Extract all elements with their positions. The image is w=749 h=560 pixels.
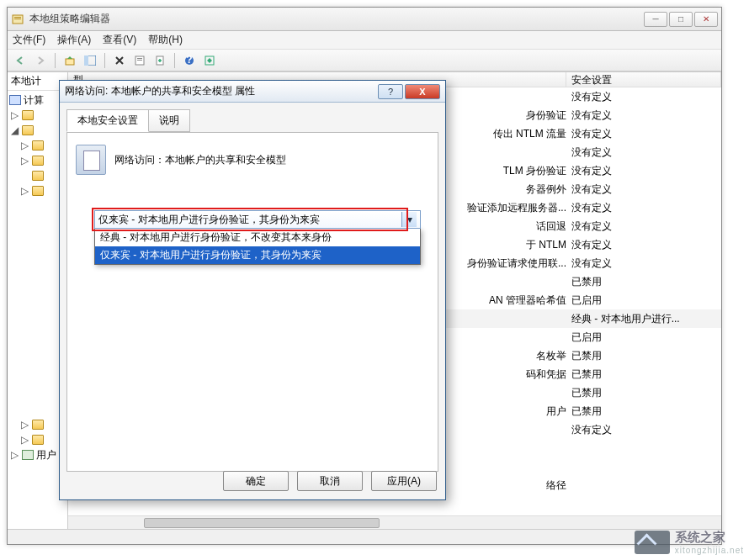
expand-icon[interactable]: ▷	[9, 109, 19, 121]
expand-icon[interactable]: ▷	[19, 185, 29, 197]
folder-icon	[22, 110, 34, 120]
svg-rect-3	[66, 59, 74, 65]
show-hide-tree-button[interactable]	[81, 52, 99, 69]
tab-local-security[interactable]: 本地安全设置	[66, 109, 149, 132]
watermark-icon	[635, 531, 670, 554]
tab-body: 网络访问：本地帐户的共享和安全模型 仅来宾 - 对本地用户进行身份验证，其身份为…	[66, 132, 438, 472]
maximize-button[interactable]: □	[669, 12, 693, 27]
tree-node-user[interactable]: ▷用户	[9, 447, 66, 462]
horizontal-scrollbar[interactable]	[68, 515, 721, 529]
dialog-tabs: 本地安全设置 说明	[66, 109, 438, 132]
properties-button[interactable]	[130, 52, 149, 69]
cell-setting: 已禁用	[566, 386, 721, 400]
help-button[interactable]: ?	[180, 52, 199, 69]
tree-node[interactable]: ▷	[9, 417, 66, 432]
policy-header: 网络访问：本地帐户的共享和安全模型	[67, 133, 438, 187]
separator	[104, 53, 105, 68]
window-buttons: ─ □ ✕	[644, 12, 718, 27]
menu-help[interactable]: 帮助(H)	[148, 33, 183, 47]
dialog-buttons: 确定 取消 应用(A)	[223, 471, 437, 491]
window-title: 本地组策略编辑器	[29, 12, 644, 26]
folder-icon	[32, 171, 44, 181]
cell-setting: 没有定义	[566, 90, 721, 104]
dialog-titlebar[interactable]: 网络访问: 本地帐户的共享和安全模型 属性 ? X	[60, 81, 445, 103]
folder-icon	[32, 156, 44, 166]
svg-rect-8	[137, 60, 142, 61]
folder-icon	[32, 186, 44, 196]
cell-setting: 已禁用	[566, 349, 721, 363]
folder-icon	[32, 435, 44, 445]
combo-wrapper: 仅来宾 - 对本地用户进行身份验证，其身份为来宾 ▾ 经典 - 对本地用户进行身…	[94, 210, 421, 265]
cell-setting: 已禁用	[566, 275, 721, 289]
tab-explain[interactable]: 说明	[148, 109, 190, 132]
cell-setting: 没有定义	[566, 238, 721, 252]
tree-node[interactable]: ▷	[9, 183, 66, 198]
col-setting[interactable]: 安全设置	[566, 72, 721, 87]
expand-icon[interactable]: ▷	[19, 140, 29, 151]
tree-node[interactable]: ◢	[9, 123, 66, 138]
cell-setting: 已启用	[566, 293, 721, 308]
close-button[interactable]: ✕	[694, 12, 718, 27]
svg-text:?: ?	[186, 55, 192, 66]
delete-button[interactable]	[110, 52, 129, 69]
expand-icon[interactable]: ▷	[9, 449, 19, 461]
expand-icon[interactable]: ▷	[19, 434, 29, 446]
cell-setting: 没有定义	[566, 182, 721, 197]
combo-dropdown: 经典 - 对本地用户进行身份验证，不改变其本来身份 仅来宾 - 对本地用户进行身…	[94, 229, 421, 265]
svg-rect-2	[14, 18, 21, 19]
cell-setting: 没有定义	[566, 256, 721, 271]
policy-name: 网络访问：本地帐户的共享和安全模型	[114, 153, 286, 167]
tree-node[interactable]	[9, 168, 66, 183]
menu-view[interactable]: 查看(V)	[103, 33, 136, 47]
ok-button[interactable]: 确定	[223, 471, 289, 491]
combo-option-guest[interactable]: 仅来宾 - 对本地用户进行身份验证，其身份为来宾	[95, 246, 420, 264]
cell-setting: 没有定义	[566, 145, 721, 160]
expand-icon[interactable]: ▷	[19, 155, 29, 166]
svg-rect-7	[137, 58, 142, 59]
tree-node[interactable]: ▷	[9, 108, 66, 123]
chevron-down-icon[interactable]: ▾	[401, 212, 417, 227]
menu-action[interactable]: 操作(A)	[57, 33, 91, 47]
combo-selected-text: 仅来宾 - 对本地用户进行身份验证，其身份为来宾	[98, 213, 401, 227]
apply-button[interactable]: 应用(A)	[371, 471, 437, 491]
cell-setting: 没有定义	[566, 201, 721, 215]
dialog-help-button[interactable]: ?	[378, 84, 403, 99]
minimize-button[interactable]: ─	[644, 12, 667, 27]
separator	[55, 53, 56, 68]
dialog-close-button[interactable]: X	[405, 84, 440, 99]
titlebar[interactable]: 本地组策略编辑器 ─ □ ✕	[8, 8, 721, 31]
menu-file[interactable]: 文件(F)	[13, 33, 45, 47]
tree-node[interactable]: ▷	[9, 138, 66, 153]
collapse-icon[interactable]: ◢	[9, 124, 19, 136]
export-button[interactable]	[151, 52, 169, 69]
filter-button[interactable]	[200, 52, 219, 69]
cell-setting: 已禁用	[566, 404, 721, 419]
sharing-model-combo[interactable]: 仅来宾 - 对本地用户进行身份验证，其身份为来宾 ▾	[94, 210, 421, 229]
back-button[interactable]	[11, 52, 29, 69]
cell-setting: 没有定义	[566, 219, 721, 234]
tree-node[interactable]: ▷	[9, 432, 66, 447]
combo-option-classic[interactable]: 经典 - 对本地用户进行身份验证，不改变其本来身份	[95, 229, 420, 246]
cell-setting: 没有定义	[566, 423, 721, 437]
watermark-sub: xitongzhijia.net	[675, 546, 744, 555]
computer-icon	[9, 95, 21, 105]
cancel-button[interactable]: 取消	[297, 471, 363, 491]
cell-setting: 没有定义	[566, 127, 721, 141]
tree-node[interactable]: ▷	[9, 153, 66, 168]
watermark: 系统之家 xitongzhijia.net	[635, 530, 744, 555]
expand-icon[interactable]: ▷	[19, 419, 29, 431]
dialog-title-buttons: ? X	[378, 84, 440, 99]
dialog-title: 网络访问: 本地帐户的共享和安全模型 属性	[65, 84, 378, 98]
toolbar: ?	[8, 50, 721, 71]
tree-node-computer[interactable]: 计算	[9, 92, 66, 108]
cell-setting: 经典 - 对本地用户进行...	[566, 312, 721, 326]
cell-setting: 没有定义	[566, 108, 721, 123]
scroll-thumb[interactable]	[144, 518, 380, 528]
forward-button[interactable]	[31, 52, 50, 69]
cell-setting: 没有定义	[566, 164, 721, 178]
properties-dialog: 网络访问: 本地帐户的共享和安全模型 属性 ? X 本地安全设置 说明 网络访问…	[59, 80, 446, 500]
folder-icon	[32, 420, 44, 430]
separator	[174, 53, 175, 68]
menubar: 文件(F) 操作(A) 查看(V) 帮助(H)	[8, 31, 721, 50]
up-button[interactable]	[61, 52, 79, 69]
